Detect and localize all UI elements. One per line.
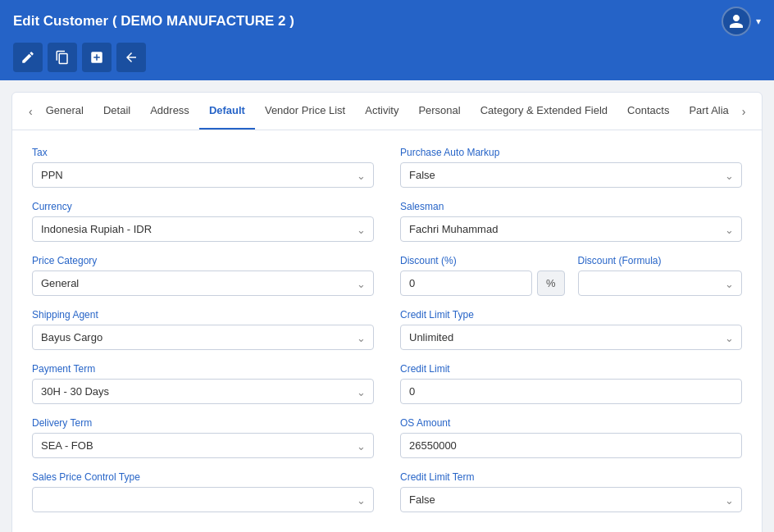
copy-icon: [55, 50, 70, 65]
shipping-agent-select[interactable]: Bayus Cargo: [32, 325, 374, 350]
payment-term-label: Payment Term: [32, 363, 374, 375]
price-category-select-wrapper: General ⌄: [32, 271, 374, 296]
salesman-label: Salesman: [400, 201, 742, 212]
sales-price-control-select[interactable]: [32, 487, 374, 512]
credit-limit-type-select-wrapper: Unlimited ⌄: [400, 325, 742, 350]
payment-term-select[interactable]: 30H - 30 Days: [32, 379, 374, 404]
salesman-group: Salesman Fachri Muhammad ⌄: [400, 201, 742, 242]
sales-price-control-label: Sales Price Control Type: [32, 471, 374, 483]
page-title: Edit Customer ( DEMO MANUFACTURE 2 ): [13, 13, 294, 30]
tab-part-alia[interactable]: Part Alia: [679, 93, 738, 130]
credit-limit-term-group: Credit Limit Term False ⌄: [400, 471, 742, 512]
salesman-select-wrapper: Fachri Muhammad ⌄: [400, 216, 742, 242]
user-avatar[interactable]: [722, 7, 751, 36]
copy-button[interactable]: [48, 43, 77, 72]
tab-prev-button[interactable]: ‹: [25, 95, 36, 128]
sales-price-control-select-wrapper: ⌄: [32, 487, 374, 512]
tab-next-button[interactable]: ›: [739, 95, 749, 128]
tax-group: Tax PPN ⌄: [32, 147, 374, 188]
discount-formula-select-wrapper: ⌄: [578, 271, 743, 296]
tab-activity[interactable]: Activity: [355, 93, 408, 130]
tab-personal[interactable]: Personal: [408, 93, 470, 130]
discount-row-container: Discount (%) % Discount (Formula) ⌄: [400, 255, 742, 309]
currency-label: Currency: [32, 201, 374, 212]
credit-limit-group: Credit Limit: [400, 363, 742, 404]
credit-limit-term-select-wrapper: False ⌄: [400, 487, 742, 512]
header-right: ▾: [722, 7, 761, 36]
payment-term-group: Payment Term 30H - 30 Days ⌄: [32, 363, 374, 404]
price-category-label: Price Category: [32, 255, 374, 266]
discount-formula-label: Discount (Formula): [578, 255, 743, 266]
delivery-term-select-wrapper: SEA - FOB ⌄: [32, 433, 374, 458]
delivery-term-select[interactable]: SEA - FOB: [32, 433, 374, 458]
discount-label: Discount (%): [400, 255, 565, 266]
credit-limit-term-label: Credit Limit Term: [400, 471, 742, 483]
back-button[interactable]: [116, 43, 146, 72]
tab-detail[interactable]: Detail: [93, 93, 140, 130]
shipping-agent-label: Shipping Agent: [32, 309, 374, 321]
delivery-term-label: Delivery Term: [32, 417, 374, 429]
os-amount-group: OS Amount: [400, 417, 742, 458]
discount-input-row: %: [400, 271, 565, 296]
os-amount-input[interactable]: [400, 433, 742, 458]
credit-limit-type-group: Credit Limit Type Unlimited ⌄: [400, 309, 742, 350]
currency-select[interactable]: Indonesia Rupiah - IDR: [32, 216, 374, 242]
form-card: ‹ General Detail Address Default Vendor …: [11, 92, 763, 532]
discount-formula-select[interactable]: [578, 271, 743, 296]
salesman-select[interactable]: Fachri Muhammad: [400, 216, 742, 242]
currency-group: Currency Indonesia Rupiah - IDR ⌄: [32, 201, 374, 242]
purchase-auto-markup-select-wrapper: False ⌄: [400, 162, 742, 188]
app-header: Edit Customer ( DEMO MANUFACTURE 2 ) ▾: [0, 0, 774, 43]
shipping-agent-group: Shipping Agent Bayus Cargo ⌄: [32, 309, 374, 350]
edit-icon: [20, 50, 35, 65]
delivery-term-group: Delivery Term SEA - FOB ⌄: [32, 417, 374, 458]
toolbar: [0, 43, 774, 80]
edit-button[interactable]: [13, 43, 43, 72]
purchase-auto-markup-group: Purchase Auto Markup False ⌄: [400, 147, 742, 188]
purchase-auto-markup-label: Purchase Auto Markup: [400, 147, 742, 158]
tab-general[interactable]: General: [36, 93, 93, 130]
credit-limit-input[interactable]: [400, 379, 742, 404]
price-category-select[interactable]: General: [32, 271, 374, 296]
tab-address[interactable]: Address: [140, 93, 199, 130]
form-right-column: Purchase Auto Markup False ⌄ Salesman Fa…: [400, 147, 742, 525]
form-body: Tax PPN ⌄ Currency Indonesia Rupiah - ID…: [12, 130, 762, 525]
discount-formula-group: Discount (Formula) ⌄: [578, 255, 743, 296]
back-icon: [124, 50, 139, 65]
main-content: ‹ General Detail Address Default Vendor …: [0, 80, 774, 532]
credit-limit-term-select[interactable]: False: [400, 487, 742, 512]
credit-limit-type-select[interactable]: Unlimited: [400, 325, 742, 350]
user-dropdown-arrow[interactable]: ▾: [756, 16, 761, 27]
add-icon: [89, 50, 104, 65]
tabs-bar: ‹ General Detail Address Default Vendor …: [12, 93, 762, 130]
sales-price-control-group: Sales Price Control Type ⌄: [32, 471, 374, 512]
shipping-agent-select-wrapper: Bayus Cargo ⌄: [32, 325, 374, 350]
tax-label: Tax: [32, 147, 374, 158]
credit-limit-type-label: Credit Limit Type: [400, 309, 742, 321]
tab-vendor-price-list[interactable]: Vendor Price List: [255, 93, 355, 130]
tax-select[interactable]: PPN: [32, 162, 374, 188]
tab-default[interactable]: Default: [199, 93, 255, 130]
form-left-column: Tax PPN ⌄ Currency Indonesia Rupiah - ID…: [32, 147, 374, 525]
discount-group: Discount (%) %: [400, 255, 565, 296]
user-icon: [728, 13, 744, 30]
discount-input[interactable]: [400, 271, 532, 296]
tab-category-extended[interactable]: Category & Extended Field: [471, 93, 617, 130]
os-amount-label: OS Amount: [400, 417, 742, 429]
credit-limit-label: Credit Limit: [400, 363, 742, 375]
price-category-group: Price Category General ⌄: [32, 255, 374, 296]
purchase-auto-markup-select[interactable]: False: [400, 162, 742, 188]
discount-percent-symbol: %: [537, 271, 565, 296]
payment-term-select-wrapper: 30H - 30 Days ⌄: [32, 379, 374, 404]
tax-select-wrapper: PPN ⌄: [32, 162, 374, 188]
currency-select-wrapper: Indonesia Rupiah - IDR ⌄: [32, 216, 374, 242]
add-button[interactable]: [82, 43, 112, 72]
tab-contacts[interactable]: Contacts: [617, 93, 679, 130]
